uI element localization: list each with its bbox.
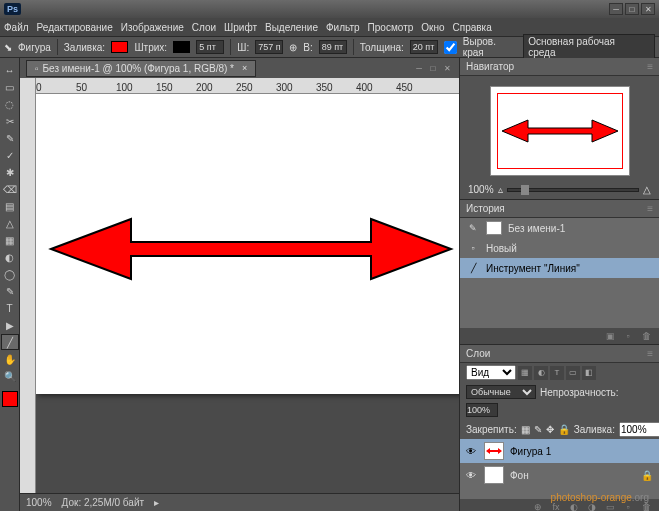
snapshot-thumbnail	[486, 221, 502, 235]
fill-opacity-label: Заливка:	[574, 424, 615, 435]
close-button[interactable]: ✕	[641, 3, 655, 15]
filter-type-icon[interactable]: T	[550, 366, 564, 380]
marquee-tool[interactable]: ▭	[1, 79, 19, 95]
doc-close-icon[interactable]: ✕	[441, 62, 453, 74]
align-edges-label: Выров. края	[463, 36, 517, 58]
zoom-out-icon[interactable]: ▵	[498, 184, 503, 195]
move-tool[interactable]: ↔	[1, 62, 19, 78]
layer-row[interactable]: 👁 Фигура 1	[460, 439, 659, 463]
menu-view[interactable]: Просмотр	[368, 22, 414, 33]
new-doc-icon: ▫	[466, 241, 480, 255]
stroke-size-input[interactable]	[196, 40, 224, 54]
zoom-tool[interactable]: 🔍	[1, 368, 19, 384]
layer-thumbnail	[484, 442, 504, 460]
tab-title: Без имени-1 @ 100% (Фигура 1, RGB/8) *	[43, 63, 234, 74]
layer-filter-select[interactable]: Вид	[466, 365, 516, 380]
lasso-tool[interactable]: ◌	[1, 96, 19, 112]
link-wh-icon[interactable]: ⊕	[289, 42, 297, 53]
history-title: История	[466, 203, 505, 214]
menu-type[interactable]: Шрифт	[224, 22, 257, 33]
panel-menu-icon[interactable]: ≡	[647, 61, 653, 72]
zoom-in-icon[interactable]: △	[643, 184, 651, 195]
document-area: ▫ Без имени-1 @ 100% (Фигура 1, RGB/8) *…	[20, 58, 459, 511]
doc-status: Док: 2,25M/0 байт	[62, 497, 145, 508]
lock-position-icon[interactable]: ✥	[546, 424, 554, 435]
filter-shape-icon[interactable]: ▭	[566, 366, 580, 380]
fill-label: Заливка:	[64, 42, 105, 53]
blur-tool[interactable]: ◐	[1, 249, 19, 265]
doc-minimize-icon[interactable]: ─	[413, 62, 425, 74]
stamp-tool[interactable]: ⌫	[1, 181, 19, 197]
filter-pixel-icon[interactable]: ▦	[518, 366, 532, 380]
type-tool[interactable]: T	[1, 300, 19, 316]
menu-help[interactable]: Справка	[453, 22, 492, 33]
height-input[interactable]	[319, 40, 347, 54]
visibility-icon[interactable]: 👁	[466, 446, 478, 457]
toolbox: ↔ ▭ ◌ ✂ ✎ ✓ ✱ ⌫ ▤ △ ▦ ◐ ◯ ✎ T ▶ ╱ ✋ 🔍	[0, 58, 20, 511]
status-menu-icon[interactable]: ▸	[154, 497, 159, 508]
arrow-shape[interactable]	[46, 214, 456, 284]
filter-smart-icon[interactable]: ◧	[582, 366, 596, 380]
line-tool[interactable]: ╱	[1, 334, 19, 350]
history-item[interactable]: ╱ Инструмент "Линия"	[460, 258, 659, 278]
canvas[interactable]	[36, 94, 459, 493]
navigator-thumbnail[interactable]	[490, 86, 630, 176]
dodge-tool[interactable]: ◯	[1, 266, 19, 282]
doc-restore-icon[interactable]: □	[427, 62, 439, 74]
zoom-slider[interactable]	[507, 188, 639, 192]
foreground-color[interactable]	[2, 391, 18, 407]
menu-filter[interactable]: Фильтр	[326, 22, 360, 33]
fill-opacity-input[interactable]	[619, 422, 659, 437]
lock-all-icon[interactable]: 🔒	[558, 424, 570, 435]
eraser-tool[interactable]: △	[1, 215, 19, 231]
visibility-icon[interactable]: 👁	[466, 470, 478, 481]
hand-tool[interactable]: ✋	[1, 351, 19, 367]
menu-layer[interactable]: Слои	[192, 22, 216, 33]
menu-window[interactable]: Окно	[421, 22, 444, 33]
menu-select[interactable]: Выделение	[265, 22, 318, 33]
menu-file[interactable]: Файл	[4, 22, 29, 33]
layer-thumbnail	[484, 466, 504, 484]
maximize-button[interactable]: □	[625, 3, 639, 15]
filter-adjust-icon[interactable]: ◐	[534, 366, 548, 380]
history-item[interactable]: ▫ Новый	[460, 238, 659, 258]
document-tab[interactable]: ▫ Без имени-1 @ 100% (Фигура 1, RGB/8) *…	[26, 60, 256, 77]
weight-input[interactable]	[410, 40, 438, 54]
lock-transparency-icon[interactable]: ▦	[521, 424, 530, 435]
menu-image[interactable]: Изображение	[121, 22, 184, 33]
minimize-button[interactable]: ─	[609, 3, 623, 15]
link-layers-icon[interactable]: ⊕	[531, 501, 545, 511]
height-label: В:	[303, 42, 312, 53]
align-edges-checkbox[interactable]	[444, 41, 457, 54]
heal-tool[interactable]: ✓	[1, 147, 19, 163]
stroke-swatch[interactable]	[173, 41, 190, 53]
zoom-level[interactable]: 100%	[26, 497, 52, 508]
camera-icon[interactable]: ▣	[603, 330, 617, 342]
file-icon: ▫	[35, 63, 39, 74]
tab-close-icon[interactable]: ×	[242, 63, 247, 73]
brush-tool[interactable]: ✱	[1, 164, 19, 180]
layer-name: Фигура 1	[510, 446, 551, 457]
new-snapshot-icon[interactable]: ▫	[621, 330, 635, 342]
workspace-switcher[interactable]: Основная рабочая среда	[523, 34, 655, 60]
gradient-tool[interactable]: ▦	[1, 232, 19, 248]
layer-row[interactable]: 👁 Фон 🔒	[460, 463, 659, 487]
crop-tool[interactable]: ✂	[1, 113, 19, 129]
path-select-tool[interactable]: ▶	[1, 317, 19, 333]
menu-edit[interactable]: Редактирование	[37, 22, 113, 33]
panel-menu-icon[interactable]: ≡	[647, 348, 653, 359]
lock-pixels-icon[interactable]: ✎	[534, 424, 542, 435]
width-input[interactable]	[255, 40, 283, 54]
svg-marker-2	[486, 448, 502, 454]
history-snapshot[interactable]: ✎ Без имени-1	[460, 218, 659, 238]
pen-tool[interactable]: ✎	[1, 283, 19, 299]
eyedropper-tool[interactable]: ✎	[1, 130, 19, 146]
panel-menu-icon[interactable]: ≡	[647, 203, 653, 214]
trash-icon[interactable]: 🗑	[639, 330, 653, 342]
blend-mode-select[interactable]: Обычные	[466, 385, 536, 399]
shape-mode-label[interactable]: Фигура	[18, 42, 51, 53]
history-brush-tool[interactable]: ▤	[1, 198, 19, 214]
fill-swatch[interactable]	[111, 41, 128, 53]
opacity-input[interactable]	[466, 403, 498, 417]
panels-column: Навигатор≡ 100% ▵ △ История≡ ✎ Без	[459, 58, 659, 511]
